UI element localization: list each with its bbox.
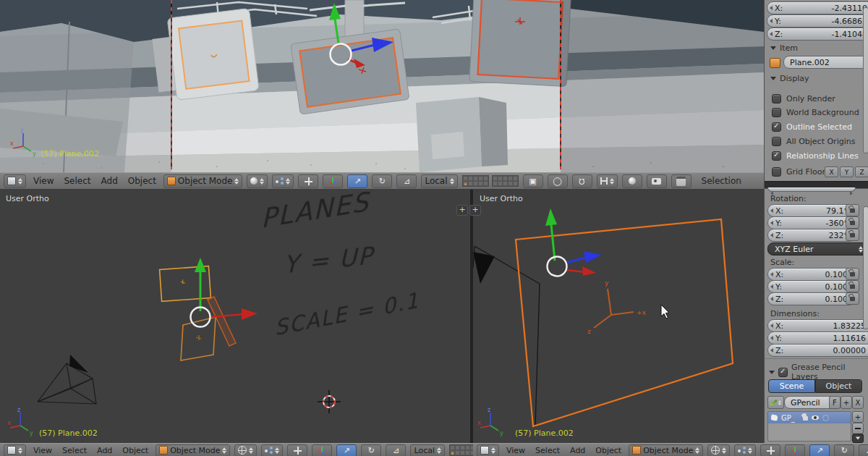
menu-view[interactable]: View: [30, 176, 56, 186]
rotate-manipulator-button[interactable]: ↻: [372, 174, 392, 188]
mode-dropdown[interactable]: Object Mode: [156, 444, 230, 456]
menu-add[interactable]: Add: [98, 176, 121, 186]
viewport-shading-dropdown[interactable]: [247, 174, 268, 188]
sidebar-scrollbar-top[interactable]: [863, 7, 868, 153]
grid-floor-checkbox[interactable]: Grid Floor: [772, 167, 825, 177]
grid-axis-y-button[interactable]: Y: [840, 166, 854, 177]
pivot-point-dropdown[interactable]: [261, 444, 283, 456]
rotation-y-lock-button[interactable]: [846, 216, 859, 229]
menu-object[interactable]: Object: [119, 446, 151, 455]
proportional-edit-button[interactable]: ◯: [548, 174, 568, 188]
viewport-ortho-left[interactable]: x y z User Ortho PLANES Y = UP SCALE = 0…: [0, 190, 470, 443]
gp-layer-specials-button[interactable]: [852, 434, 864, 443]
snap-target-button[interactable]: [622, 174, 642, 188]
translate-manipulator-button[interactable]: ↗: [336, 444, 357, 456]
sidebar-scrollbar-bottom[interactable]: [863, 206, 868, 329]
dimensions-x-field[interactable]: X:1.83225: [767, 319, 868, 332]
eye-visibility-icon[interactable]: [812, 415, 819, 420]
rotation-z-field[interactable]: Z:232°: [767, 229, 856, 242]
menu-view[interactable]: View: [503, 446, 528, 455]
camera-cone[interactable]: [473, 252, 495, 284]
gp-layer-remove-button[interactable]: [852, 423, 864, 434]
onion-skin-icon[interactable]: [822, 415, 829, 421]
manipulator-toggle-button[interactable]: [298, 174, 318, 188]
tab-scene[interactable]: Scene: [768, 379, 815, 393]
gp-datablock-icon-button[interactable]: [767, 396, 784, 409]
tab-object[interactable]: Object: [815, 379, 862, 393]
gp-layer-add-button[interactable]: +: [852, 411, 864, 423]
only-render-checkbox[interactable]: Only Render: [772, 94, 835, 104]
menu-object[interactable]: Object: [592, 446, 624, 455]
grid-axis-x-button[interactable]: X: [825, 166, 838, 177]
render-opengl-button[interactable]: [647, 174, 667, 188]
scale-z-lock-button[interactable]: [846, 292, 859, 305]
menu-add[interactable]: Add: [567, 446, 588, 455]
outline-selected-checkbox[interactable]: Outline Selected: [772, 122, 852, 132]
scale-y-field[interactable]: Y:0.100: [767, 280, 856, 293]
edge-on-plane[interactable]: [208, 297, 236, 346]
layers-widget[interactable]: [462, 175, 519, 187]
translate-manipulator-button[interactable]: ↗: [809, 444, 830, 456]
transform-axes-button[interactable]: [312, 444, 332, 456]
render-animation-button[interactable]: [671, 174, 692, 188]
menu-add[interactable]: Add: [94, 446, 115, 455]
viewport-shading-dropdown[interactable]: [707, 444, 730, 456]
item-panel-header[interactable]: Item: [770, 43, 798, 53]
region-expand-button-right[interactable]: +: [469, 205, 481, 216]
dimensions-z-field[interactable]: Z:0.00000: [767, 344, 868, 357]
menu-view[interactable]: View: [30, 446, 55, 455]
location-x-field[interactable]: X:-2.43110: [767, 1, 868, 14]
pivot-point-dropdown[interactable]: [272, 174, 294, 188]
rotation-z-lock-button[interactable]: [846, 229, 859, 241]
rotate-manipulator-button[interactable]: ↻: [361, 444, 381, 456]
transform-orientation-dropdown[interactable]: Local: [421, 174, 457, 188]
lock-to-scene-button[interactable]: ▣: [523, 174, 543, 188]
location-y-field[interactable]: Y:-4.66865: [767, 14, 868, 28]
region-expand-button-left[interactable]: +: [456, 205, 468, 216]
scale-manipulator-button[interactable]: ⊿: [386, 444, 406, 456]
rotation-mode-dropdown[interactable]: XYZ Euler: [767, 242, 868, 256]
gp-fake-user-button[interactable]: F: [829, 396, 841, 409]
viewport-shading-dropdown[interactable]: [234, 444, 257, 456]
viewport-ortho-right[interactable]: y +x z x y z User Ortho (57) Plane.002: [473, 190, 764, 443]
gp-layer-row[interactable]: GP_: [768, 412, 851, 423]
dimensions-y-field[interactable]: Y:1.11616: [767, 332, 868, 345]
translate-manipulator[interactable]: [545, 208, 602, 276]
scale-x-lock-button[interactable]: [846, 268, 859, 280]
viewport-camera[interactable]: x y z (57) Plane.002: [0, 0, 764, 172]
right-screen-plane[interactable]: [469, 0, 571, 86]
object-name-field[interactable]: Plane.002: [783, 56, 868, 69]
camera-object[interactable]: [38, 355, 96, 404]
snap-element-dropdown[interactable]: [597, 174, 618, 188]
relationship-lines-checkbox[interactable]: Relationship Lines: [772, 151, 859, 161]
gp-add-datablock-button[interactable]: +: [841, 396, 852, 409]
scale-z-field[interactable]: Z:0.100: [767, 292, 856, 305]
rotation-x-field[interactable]: X:79.1°: [767, 204, 856, 217]
rotation-x-lock-button[interactable]: [846, 204, 859, 216]
location-z-field[interactable]: Z:-1.41048: [767, 28, 868, 41]
pivot-point-dropdown[interactable]: [734, 444, 756, 456]
translate-manipulator[interactable]: [191, 258, 258, 327]
menu-select[interactable]: Select: [59, 446, 90, 455]
editor-type-button[interactable]: [4, 174, 26, 188]
scale-x-field[interactable]: X:0.100: [767, 268, 856, 281]
transform-axes-button[interactable]: [785, 444, 805, 456]
transform-axes-button[interactable]: [323, 174, 343, 188]
rotate-manipulator-button[interactable]: ↻: [834, 444, 854, 456]
menu-select[interactable]: Select: [532, 446, 563, 455]
snap-toggle-button[interactable]: Ω: [572, 174, 592, 188]
display-panel-header[interactable]: Display: [770, 74, 809, 83]
transform-orientation-dropdown[interactable]: Local: [410, 444, 445, 456]
manipulator-toggle-button[interactable]: [287, 444, 307, 456]
selected-plane-outline[interactable]: [516, 219, 733, 426]
scale-y-lock-button[interactable]: [846, 280, 859, 292]
selected-plane-2[interactable]: [181, 317, 216, 360]
menu-object[interactable]: Object: [125, 176, 159, 186]
world-background-checkbox[interactable]: World Background: [772, 108, 859, 117]
gp-unlink-button[interactable]: X: [852, 396, 864, 409]
editor-type-button[interactable]: [4, 444, 26, 456]
lock-open-icon[interactable]: [803, 416, 808, 421]
menu-select[interactable]: Select: [61, 176, 93, 186]
all-object-origins-checkbox[interactable]: All Object Origins: [772, 137, 855, 146]
mode-dropdown[interactable]: Object Mode: [163, 174, 243, 188]
